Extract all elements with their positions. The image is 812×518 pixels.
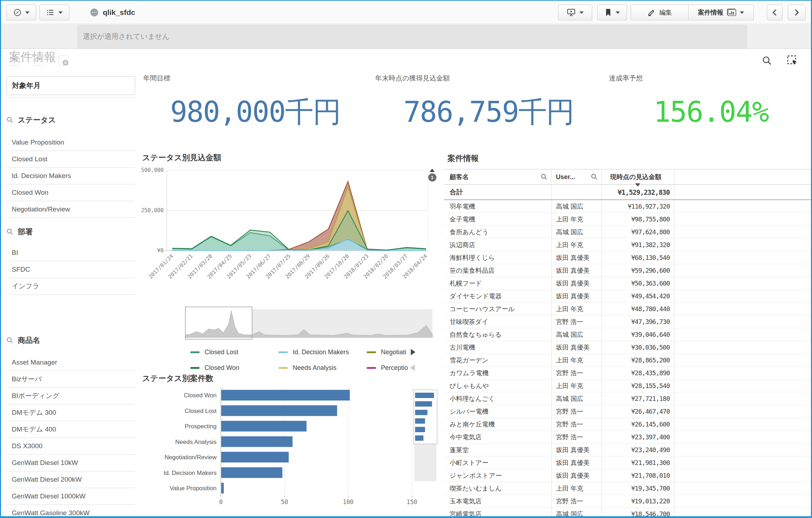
cell-customer[interactable]: 浜辺商店 [444,239,552,251]
listbox-item-department-0[interactable]: BI [6,245,135,261]
listbox-item-product-7[interactable]: GenWatt Diesel 200kW [6,471,135,488]
cell-user[interactable]: 坂田 真優美 [552,341,602,354]
cell-customer[interactable]: 玉本電気店 [444,495,552,507]
cell-user[interactable]: 上田 年克 [552,482,602,495]
listbox-item-department-2[interactable]: インフラ [6,278,135,295]
table-row-20[interactable]: 小町ストアー坂田 真優美¥21,981,300 [444,456,812,469]
cell-customer[interactable]: 宮崎電気店 [444,508,552,518]
legend-item-id-decision-makers[interactable]: Id. Decision Makers [278,347,349,357]
listbox-item-product-5[interactable]: DS X3000 [6,438,135,455]
cell-customer[interactable]: コーヒーハウスアール [444,303,552,315]
listbox-status-header[interactable]: ステータス [6,114,135,126]
cell-user[interactable]: 上田 年克 [552,354,602,366]
cell-customer[interactable]: みと南ケ丘電機 [444,418,552,430]
clear-selections-button[interactable] [58,56,68,66]
legend-item-perceptio[interactable]: Perceptio [367,363,408,373]
sheet-selector-button[interactable]: 案件情報 [689,5,754,20]
bar-negotiation-review[interactable] [221,452,289,462]
bookmarks-button[interactable] [597,5,627,20]
bar-needs-analysis[interactable] [221,436,292,447]
table-row-9[interactable]: 甘味喫茶ダイ宮野 浩一¥47,396,730 [444,315,812,328]
cell-user[interactable]: 上田 年克 [552,380,602,392]
cell-user[interactable]: 高城 国広 [552,328,602,341]
cell-user[interactable]: 坂田 真優美 [552,264,602,277]
legend-prev-arrow[interactable] [410,365,415,371]
cell-user[interactable]: 宮野 浩一 [552,431,602,443]
sheet-list-button[interactable] [39,5,69,20]
navigation-menu-button[interactable] [6,5,36,20]
table-row-18[interactable]: 今中電気店宮野 浩一¥23,397,400 [444,431,812,444]
cell-customer[interactable]: 金子電機 [444,213,552,225]
table-row-24[interactable]: 宮崎電気店高城 国広¥18,546,700 [444,508,812,518]
cell-user[interactable]: 高城 国広 [552,200,602,213]
column-header-amount[interactable]: 現時点の見込金額 [602,169,674,184]
bar-closed-won[interactable] [221,390,350,401]
cell-customer[interactable]: 自然食なちゅらる [444,328,552,341]
legend-item-closed-lost[interactable]: Closed Lost [190,347,238,357]
cell-customer[interactable]: びしゃもんや [444,380,552,392]
cell-customer[interactable]: 食所あんどう [444,226,552,238]
search-icon[interactable] [591,173,598,180]
listbox-item-status-0[interactable]: Value Proposition [6,134,135,151]
table-row-5[interactable]: 笹の葉食料品店坂田 真優美¥59,296,600 [444,264,812,277]
table-row-13[interactable]: カワムラ電機宮野 浩一¥28,435,890 [444,367,812,380]
column-header-customer[interactable]: 顧客名 [444,169,552,184]
cell-user[interactable]: 高城 国広 [552,226,602,238]
listbox-item-product-8[interactable]: GenWatt Diesel 1000kW [6,488,135,505]
listbox-item-status-2[interactable]: Id. Decision Makers [6,168,135,184]
table-row-0[interactable]: 羽牟電機高城 国広¥116,927,320 [444,200,812,213]
listbox-item-status-1[interactable]: Closed Lost [6,151,135,168]
cell-customer[interactable]: ダイヤモンド電器 [444,290,552,302]
cell-user[interactable]: 坂田 真優美 [552,290,602,302]
bar-id-decision-makers[interactable] [221,467,282,478]
table-row-23[interactable]: 玉本電気店宮野 浩一¥19,013,220 [444,495,812,508]
cell-user[interactable]: 坂田 真優美 [552,469,602,482]
listbox-item-product-0[interactable]: Asset Manager [6,354,135,371]
cell-user[interactable]: 宮野 浩一 [552,418,602,430]
cell-customer[interactable]: 小料理なんごく [444,392,552,405]
status-amount-area-chart[interactable]: ¥0¥250,000¥500,0002017/01/242017/02/2120… [142,164,442,297]
cell-customer[interactable]: 蓬莱堂 [444,444,552,456]
table-row-16[interactable]: シルバー電機宮野 浩一¥26,467,470 [444,405,812,418]
filter-target-month[interactable]: 対象年月 [6,76,135,95]
cell-user[interactable]: 宮野 浩一 [552,367,602,379]
listbox-item-product-1[interactable]: Bizサーバ [6,371,135,388]
cell-user[interactable]: 宮野 浩一 [552,405,602,418]
table-row-17[interactable]: みと南ケ丘電機宮野 浩一¥26,145,600 [444,418,812,431]
legend-next-arrow[interactable] [411,349,415,355]
listbox-department-header[interactable]: 部署 [6,226,135,238]
edit-button[interactable]: 編集 [631,5,689,20]
table-row-8[interactable]: コーヒーハウスアール上田 年克¥48,780,440 [444,303,812,315]
listbox-item-product-2[interactable]: BIボーディング [6,388,135,404]
legend-item-closed-won[interactable]: Closed Won [190,363,239,373]
listbox-item-status-4[interactable]: Negotiation/Review [6,201,135,218]
cell-customer[interactable]: シルバー電機 [444,405,552,418]
cell-customer[interactable]: 雪花ガーデン [444,354,552,366]
app-info[interactable]: qlik_sfdc [90,5,135,20]
cell-customer[interactable]: 羽牟電機 [444,200,552,213]
table-row-15[interactable]: 小料理なんごく高城 国広¥27,721,180 [444,392,812,405]
table-row-14[interactable]: びしゃもんや上田 年克¥28,155,540 [444,380,812,392]
table-row-19[interactable]: 蓬莱堂坂田 真優美¥23,240,490 [444,444,812,456]
table-row-10[interactable]: 自然食なちゅらる高城 国広¥39,046,640 [444,328,812,341]
legend-item-negotiati[interactable]: Negotiati [367,347,406,357]
listbox-item-status-3[interactable]: Closed Won [6,184,135,201]
bar-value-proposition[interactable] [221,483,224,493]
cell-user[interactable]: 高城 国広 [552,392,602,405]
listbox-item-product-9[interactable]: GenWatt Gasoline 300kW [6,505,135,518]
cell-customer[interactable]: 古川電機 [444,341,552,354]
table-row-2[interactable]: 食所あんどう高城 国広¥97,624,800 [444,226,812,239]
bar-prospecting[interactable] [221,421,307,431]
narrate-button[interactable] [558,5,592,20]
legend-item-needs-analysis[interactable]: Needs Analysis [278,363,336,373]
search-icon[interactable] [541,173,548,180]
cell-user[interactable]: 坂田 真優美 [552,277,602,289]
cell-user[interactable]: 坂田 真優美 [552,251,602,264]
listbox-item-product-4[interactable]: DMモデム 400 [6,421,135,438]
cell-user[interactable]: 坂田 真優美 [552,456,602,469]
listbox-item-product-6[interactable]: GenWatt Diesel 10kW [6,455,135,471]
table-row-21[interactable]: ジャンボストアー坂田 真優美¥21,708,010 [444,469,812,482]
cell-user[interactable]: 上田 年克 [552,239,602,251]
selections-tool-button[interactable] [787,55,798,66]
cell-customer[interactable]: 甘味喫茶ダイ [444,315,552,328]
